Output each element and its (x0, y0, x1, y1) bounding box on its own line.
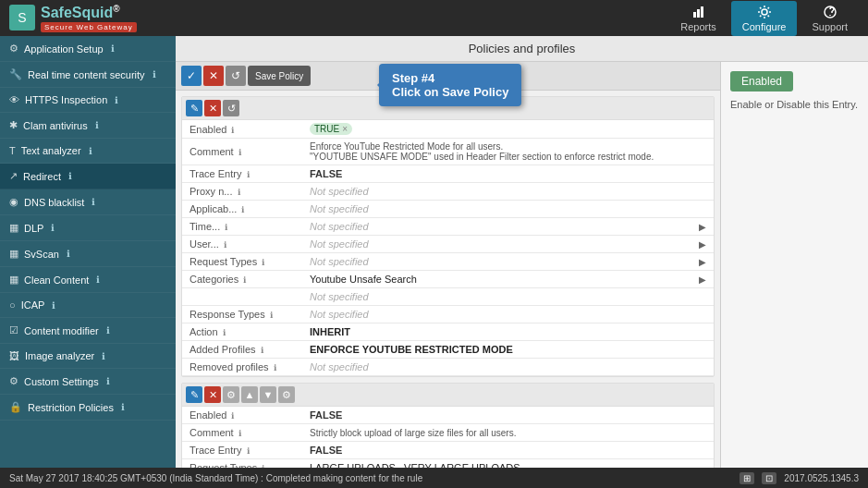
save-policy-button[interactable]: Save Policy (248, 66, 311, 86)
content-title: Policies and profiles (176, 36, 868, 62)
realtime-info: ℹ (153, 69, 156, 79)
table-row: Proxy n... ℹ Not specified (182, 183, 714, 201)
sidebar-item-custom[interactable]: ⚙ Custom Settings ℹ (0, 369, 176, 395)
svg-point-3 (762, 9, 767, 15)
restriction-icon: 🔒 (9, 401, 22, 413)
remprofiles-info-icon[interactable]: ℹ (274, 363, 276, 372)
realtime-icon: 🔧 (9, 68, 22, 80)
status-icon-2[interactable]: ⊡ (762, 472, 776, 484)
policy-panel-wrapper: ✓ ✕ ↺ Save Policy Step #4 Click on Save … (176, 62, 720, 468)
text-icon: T (9, 145, 16, 156)
trace-info-icon[interactable]: ℹ (247, 170, 250, 179)
app-setup-info: ℹ (111, 43, 115, 54)
policy-section-1: ✎ ✕ ↺ Enabled ℹ TRUE × (181, 96, 715, 377)
table-row: Enabled ℹ FALSE (182, 407, 714, 424)
sidebar-item-restriction[interactable]: 🔒 Restriction Policies ℹ (0, 395, 176, 421)
https-icon: 👁 (9, 94, 19, 105)
clam-icon: ✱ (9, 119, 18, 131)
check-button[interactable]: ✓ (181, 66, 202, 86)
table-row: Response Types ℹ Not specified (182, 306, 714, 323)
dns-icon: ◉ (9, 196, 18, 208)
policy-scroll-area: ✎ ✕ ↺ Enabled ℹ TRUE × (176, 91, 720, 468)
reset-button[interactable]: ↺ (226, 66, 246, 86)
reqtypes-info-icon[interactable]: ℹ (262, 258, 264, 267)
s2-enabled-info[interactable]: ℹ (231, 411, 234, 421)
sidebar-item-https[interactable]: 👁 HTTPS Inspection ℹ (0, 88, 176, 113)
main-container: ⚙ Application Setup ℹ 🔧 Real time conten… (0, 36, 868, 468)
image-icon: 🖼 (9, 350, 19, 361)
svscan-icon: ▦ (9, 248, 18, 260)
status-right: ⊞ ⊡ 2017.0525.1345.3 (740, 472, 859, 484)
nav-support[interactable]: Support (801, 1, 859, 36)
table-row: Action ℹ INHERIT (182, 323, 714, 341)
delete-button[interactable]: ✕ (203, 66, 224, 86)
section-2-down-icon[interactable]: ▼ (260, 386, 276, 403)
logo-text: SafeSquid® Secure Web Gateway (41, 4, 137, 31)
user-info-icon[interactable]: ℹ (224, 240, 226, 250)
section-2-table: Enabled ℹ FALSE Comment ℹ Strictly block… (182, 407, 714, 468)
s2-trace-info[interactable]: ℹ (247, 446, 250, 456)
logo-name: SafeSquid® (41, 4, 120, 21)
sidebar: ⚙ Application Setup ℹ 🔧 Real time conten… (0, 36, 176, 468)
sidebar-item-image[interactable]: 🖼 Image analyzer ℹ (0, 344, 176, 369)
section-2-up-icon[interactable]: ▲ (241, 386, 258, 403)
section-1-edit-icon[interactable]: ✎ (186, 100, 202, 116)
applicab-info-icon[interactable]: ℹ (241, 205, 244, 214)
sidebar-item-dns[interactable]: ◉ DNS blacklist ℹ (0, 189, 176, 215)
sidebar-item-svscan[interactable]: ▦ SvScan ℹ (0, 241, 176, 267)
section-2-delete-icon[interactable]: ✕ (204, 386, 221, 403)
app-setup-icon: ⚙ (9, 43, 18, 55)
table-row: Categories ℹ Youtube Unsafe Search ▶ (182, 271, 714, 288)
sidebar-item-text[interactable]: T Text analyzer ℹ (0, 139, 176, 164)
table-row: Trace Entry ℹ FALSE (182, 442, 714, 459)
custom-info: ℹ (106, 376, 110, 386)
sidebar-item-content-mod[interactable]: ☑ Content modifier ℹ (0, 318, 176, 344)
svg-rect-0 (693, 12, 696, 18)
enabled-badge: Enabled (730, 71, 793, 92)
content-mod-icon: ☑ (9, 324, 18, 336)
section-1-duplicate-icon[interactable]: ↺ (223, 100, 239, 116)
action-info-icon[interactable]: ℹ (223, 328, 226, 337)
content-body: ✓ ✕ ↺ Save Policy Step #4 Click on Save … (176, 62, 868, 468)
section-2-edit-icon[interactable]: ✎ (186, 386, 202, 403)
icap-info: ℹ (52, 300, 55, 311)
sidebar-item-clean[interactable]: ▦ Clean Content ℹ (0, 267, 176, 293)
redirect-icon: ↗ (9, 170, 18, 182)
nav-configure[interactable]: Configure (731, 1, 798, 36)
proxy-info-icon[interactable]: ℹ (238, 188, 240, 197)
text-info: ℹ (89, 146, 92, 156)
resptypes-info-icon[interactable]: ℹ (270, 311, 273, 320)
status-icon-1[interactable]: ⊞ (740, 472, 754, 484)
nav-arrow-4: ▶ (699, 274, 706, 285)
time-info-icon[interactable]: ℹ (225, 223, 227, 232)
custom-icon: ⚙ (9, 375, 18, 387)
content-mod-info: ℹ (106, 325, 110, 336)
comment-info-icon[interactable]: ℹ (238, 148, 241, 157)
sidebar-item-redirect[interactable]: ↗ Redirect ℹ (0, 164, 176, 189)
header: S SafeSquid® Secure Web Gateway Reports … (0, 0, 868, 36)
section-1-delete-icon[interactable]: ✕ (204, 100, 221, 116)
table-row: Time... ℹ Not specified ▶ (182, 218, 714, 236)
enabled-info-icon[interactable]: ℹ (231, 126, 234, 135)
s2-comment-info[interactable]: ℹ (238, 429, 241, 438)
tooltip-arrow (372, 79, 383, 91)
right-panel: Enabled Enable or Disable this Entry. (720, 62, 868, 468)
dlp-info: ℹ (51, 223, 55, 233)
status-version: 2017.0525.1345.3 (784, 473, 859, 483)
sidebar-item-app-setup[interactable]: ⚙ Application Setup ℹ (0, 36, 176, 62)
section-2-settings-icon[interactable]: ⚙ (278, 386, 295, 403)
enabled-value: TRUE × (310, 123, 352, 135)
clam-info: ℹ (95, 120, 99, 130)
sidebar-item-icap[interactable]: ○ ICAP ℹ (0, 293, 176, 318)
nav-reports[interactable]: Reports (669, 1, 727, 36)
clean-icon: ▦ (9, 274, 18, 286)
status-bar: Sat May 27 2017 18:40:25 GMT+0530 (India… (0, 468, 868, 488)
sidebar-item-clam[interactable]: ✱ Clam antivirus ℹ (0, 113, 176, 139)
addprofiles-info-icon[interactable]: ℹ (261, 346, 263, 355)
header-nav: Reports Configure Support (669, 1, 859, 36)
section-2-gear-icon[interactable]: ⚙ (223, 386, 239, 403)
s2-reqtypes-info[interactable]: ℹ (262, 464, 264, 468)
sidebar-item-dlp[interactable]: ▦ DLP ℹ (0, 215, 176, 241)
sidebar-item-realtime[interactable]: 🔧 Real time content security ℹ (0, 62, 176, 88)
categories-info-icon[interactable]: ℹ (243, 275, 246, 285)
